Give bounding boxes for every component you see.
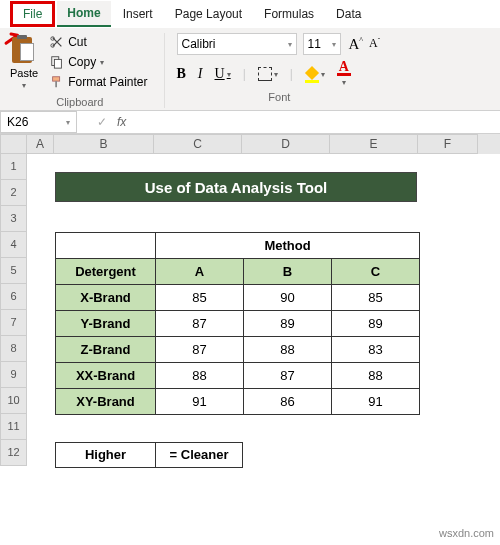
copy-icon bbox=[50, 55, 64, 69]
format-painter-button[interactable]: Format Painter bbox=[46, 73, 151, 91]
font-color-button[interactable]: A ▾ bbox=[337, 61, 351, 87]
value-cell[interactable]: 90 bbox=[244, 285, 332, 311]
scissors-icon bbox=[50, 35, 64, 49]
group-font: Calibri▾ 11▾ A^ Aˇ B I U ▾ | ▾ | bbox=[177, 33, 395, 108]
value-cell[interactable]: 86 bbox=[244, 389, 332, 415]
brand-cell[interactable]: Y-Brand bbox=[56, 311, 156, 337]
decrease-font-button[interactable]: Aˇ bbox=[367, 34, 382, 55]
row-header[interactable]: 10 bbox=[0, 388, 27, 414]
bold-button[interactable]: B bbox=[177, 66, 186, 82]
bucket-icon bbox=[305, 66, 319, 80]
table-row: X-Brand 85 90 85 bbox=[56, 285, 420, 311]
value-cell[interactable]: 85 bbox=[156, 285, 244, 311]
table-row: XY-Brand 91 86 91 bbox=[56, 389, 420, 415]
underline-button[interactable]: U ▾ bbox=[215, 66, 231, 82]
value-cell[interactable]: 89 bbox=[244, 311, 332, 337]
brand-cell[interactable]: Z-Brand bbox=[56, 337, 156, 363]
ribbon-body: Paste ▾ Cut Copy ▾ Format Painter C bbox=[0, 28, 500, 111]
col-c-header[interactable]: C bbox=[332, 259, 420, 285]
col-header[interactable]: A bbox=[27, 134, 54, 154]
tab-home[interactable]: Home bbox=[57, 1, 110, 27]
value-cell[interactable]: 87 bbox=[156, 337, 244, 363]
brand-cell[interactable]: XY-Brand bbox=[56, 389, 156, 415]
value-cell[interactable]: 87 bbox=[244, 363, 332, 389]
paste-icon bbox=[12, 35, 36, 65]
table-row: Z-Brand 87 88 83 bbox=[56, 337, 420, 363]
row-headers: 1 2 3 4 5 6 7 8 9 10 11 12 bbox=[0, 154, 27, 466]
row-header[interactable]: 2 bbox=[0, 180, 27, 206]
cell-empty[interactable] bbox=[56, 233, 156, 259]
font-name-select[interactable]: Calibri▾ bbox=[177, 33, 297, 55]
col-header[interactable]: F bbox=[418, 134, 478, 154]
watermark: wsxdn.com bbox=[439, 527, 494, 539]
column-headers: A B C D E F bbox=[0, 134, 500, 154]
italic-button[interactable]: I bbox=[198, 66, 203, 82]
row-header[interactable]: 11 bbox=[0, 414, 27, 440]
fill-color-button[interactable]: ▾ bbox=[305, 66, 325, 83]
row-header[interactable]: 6 bbox=[0, 284, 27, 310]
col-header[interactable]: B bbox=[54, 134, 154, 154]
method-header[interactable]: Method bbox=[156, 233, 420, 259]
value-cell[interactable]: 88 bbox=[332, 363, 420, 389]
value-cell[interactable]: 87 bbox=[156, 311, 244, 337]
table-row: Method bbox=[56, 233, 420, 259]
value-cell[interactable]: 89 bbox=[332, 311, 420, 337]
select-all-corner[interactable] bbox=[0, 134, 27, 154]
brand-cell[interactable]: XX-Brand bbox=[56, 363, 156, 389]
row-header[interactable]: 12 bbox=[0, 440, 27, 466]
col-header[interactable]: C bbox=[154, 134, 242, 154]
font-size-select[interactable]: 11▾ bbox=[303, 33, 341, 55]
tab-data[interactable]: Data bbox=[326, 2, 371, 26]
paste-button[interactable]: Paste ▾ bbox=[8, 33, 40, 92]
detergent-header[interactable]: Detergent bbox=[56, 259, 156, 285]
row-header[interactable]: 1 bbox=[0, 154, 27, 180]
table-row: Detergent A B C bbox=[56, 259, 420, 285]
table-row: Y-Brand 87 89 89 bbox=[56, 311, 420, 337]
borders-button[interactable]: ▾ bbox=[258, 67, 278, 81]
value-cell[interactable]: 88 bbox=[244, 337, 332, 363]
name-box[interactable]: K26▾ bbox=[0, 111, 77, 133]
brand-cell[interactable]: X-Brand bbox=[56, 285, 156, 311]
group-clipboard: Paste ▾ Cut Copy ▾ Format Painter C bbox=[8, 33, 165, 108]
paste-label: Paste bbox=[10, 67, 38, 79]
increase-font-button[interactable]: A^ bbox=[347, 34, 366, 55]
value-cell[interactable]: 83 bbox=[332, 337, 420, 363]
svg-rect-5 bbox=[55, 81, 57, 87]
cells-area[interactable]: Use of Data Analysis Tool Method Deterge… bbox=[27, 154, 500, 466]
col-header[interactable]: E bbox=[330, 134, 418, 154]
legend-cleaner[interactable]: = Cleaner bbox=[155, 442, 243, 468]
col-a-header[interactable]: A bbox=[156, 259, 244, 285]
tab-insert[interactable]: Insert bbox=[113, 2, 163, 26]
col-header[interactable]: D bbox=[242, 134, 330, 154]
chevron-down-icon[interactable]: ▾ bbox=[100, 58, 104, 67]
group-label-clipboard: Clipboard bbox=[56, 96, 103, 108]
legend-higher[interactable]: Higher bbox=[55, 442, 155, 468]
row-header[interactable]: 5 bbox=[0, 258, 27, 284]
title-banner: Use of Data Analysis Tool bbox=[55, 172, 417, 202]
value-cell[interactable]: 91 bbox=[332, 389, 420, 415]
col-b-header[interactable]: B bbox=[244, 259, 332, 285]
row-header[interactable]: 9 bbox=[0, 362, 27, 388]
value-cell[interactable]: 85 bbox=[332, 285, 420, 311]
value-cell[interactable]: 91 bbox=[156, 389, 244, 415]
fx-cancel-icon[interactable]: ✓ bbox=[97, 115, 107, 129]
row-header[interactable]: 7 bbox=[0, 310, 27, 336]
row-header[interactable]: 3 bbox=[0, 206, 27, 232]
tab-file[interactable]: File bbox=[10, 1, 55, 27]
tab-formulas[interactable]: Formulas bbox=[254, 2, 324, 26]
chevron-down-icon[interactable]: ▾ bbox=[22, 81, 26, 90]
value-cell[interactable]: 88 bbox=[156, 363, 244, 389]
svg-rect-4 bbox=[53, 77, 60, 81]
group-label-font: Font bbox=[268, 91, 290, 103]
worksheet: A B C D E F 1 2 3 4 5 6 7 8 9 10 11 12 U… bbox=[0, 134, 500, 466]
tab-page-layout[interactable]: Page Layout bbox=[165, 2, 252, 26]
border-icon bbox=[258, 67, 272, 81]
data-table: Method Detergent A B C X-Brand 85 90 85 … bbox=[55, 232, 420, 415]
cut-button[interactable]: Cut bbox=[46, 33, 151, 51]
brush-icon bbox=[50, 75, 64, 89]
copy-button[interactable]: Copy ▾ bbox=[46, 53, 151, 71]
row-header[interactable]: 4 bbox=[0, 232, 27, 258]
table-row: XX-Brand 88 87 88 bbox=[56, 363, 420, 389]
fx-icon[interactable]: fx bbox=[117, 115, 126, 129]
row-header[interactable]: 8 bbox=[0, 336, 27, 362]
